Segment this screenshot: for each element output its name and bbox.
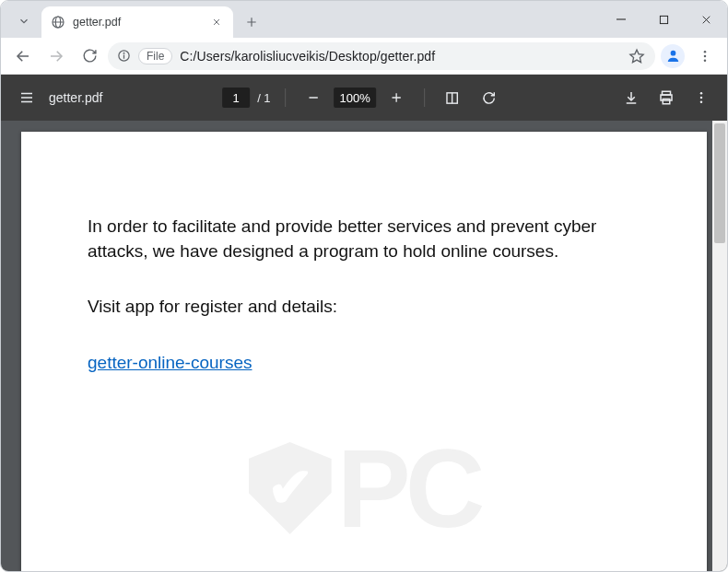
zoom-out-button[interactable] — [298, 81, 331, 114]
toolbar-divider — [424, 88, 425, 107]
tab-close-button[interactable] — [209, 15, 224, 29]
svg-point-35 — [700, 97, 703, 99]
profile-button[interactable] — [661, 44, 685, 68]
pdf-menu-button[interactable] — [10, 81, 43, 114]
address-bar: File C:/Users/karolisliucveikis/Desktop/… — [1, 38, 727, 75]
pdf-right-tools — [615, 81, 718, 114]
pdf-title: getter.pdf — [49, 90, 102, 105]
globe-icon — [51, 15, 65, 29]
svg-marker-16 — [630, 50, 643, 63]
browser-menu-button[interactable] — [690, 41, 720, 71]
window-controls — [600, 1, 727, 38]
forward-button[interactable] — [41, 41, 71, 71]
zoom-in-button[interactable] — [380, 81, 413, 114]
minimize-button[interactable] — [600, 1, 642, 38]
pdf-more-button[interactable] — [685, 81, 718, 114]
svg-rect-8 — [660, 16, 667, 23]
new-tab-button[interactable] — [239, 9, 264, 35]
maximize-button[interactable] — [642, 1, 685, 38]
pdf-page: ✔ PC risk.com In order to facilitate and… — [21, 132, 707, 572]
close-window-button[interactable] — [685, 1, 727, 38]
fit-page-button[interactable] — [436, 81, 469, 114]
reload-button[interactable] — [75, 41, 104, 71]
pdf-viewer[interactable]: ✔ PC risk.com In order to facilitate and… — [1, 121, 727, 572]
scroll-thumb[interactable] — [714, 123, 725, 243]
pdf-paragraph: In order to facilitate and provide bette… — [88, 215, 604, 263]
svg-point-19 — [704, 54, 707, 57]
pdf-center-tools: / 1 100% — [222, 81, 506, 114]
url-text: C:/Users/karolisliucveikis/Desktop/gette… — [180, 49, 435, 64]
browser-tab[interactable]: getter.pdf — [41, 6, 233, 38]
tab-search-button[interactable] — [12, 9, 36, 33]
file-chip: File — [138, 48, 172, 64]
download-button[interactable] — [615, 81, 648, 114]
tab-title: getter.pdf — [73, 16, 202, 29]
pdf-toolbar: getter.pdf / 1 100% — [1, 75, 727, 121]
page-number-input[interactable] — [222, 88, 250, 108]
scrollbar[interactable] — [712, 121, 727, 572]
zoom-level[interactable]: 100% — [335, 88, 376, 108]
url-input[interactable]: File C:/Users/karolisliucveikis/Desktop/… — [108, 42, 655, 70]
svg-point-18 — [704, 51, 707, 53]
back-button[interactable] — [8, 41, 38, 71]
svg-point-15 — [123, 53, 124, 53]
info-icon — [117, 49, 131, 63]
toolbar-divider — [286, 88, 287, 107]
svg-point-34 — [700, 92, 703, 95]
bookmark-star-icon[interactable] — [628, 47, 646, 65]
svg-point-17 — [670, 51, 675, 56]
print-button[interactable] — [650, 81, 683, 114]
shield-icon: ✔ — [249, 442, 332, 534]
pdf-paragraph: Visit app for register and details: — [88, 295, 604, 320]
svg-point-36 — [700, 100, 703, 103]
svg-point-20 — [704, 59, 707, 62]
pdf-link[interactable]: getter-online-courses — [88, 353, 252, 372]
browser-titlebar: getter.pdf — [1, 1, 727, 38]
rotate-button[interactable] — [473, 81, 506, 114]
page-total: / 1 — [253, 91, 274, 105]
